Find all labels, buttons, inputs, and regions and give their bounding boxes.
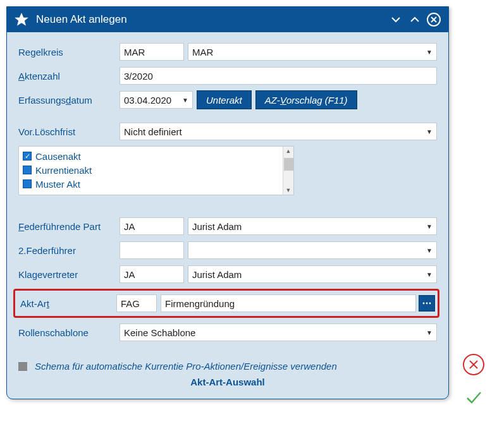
- chevron-down-icon: ▼: [424, 269, 434, 279]
- label-regelkreis: Regelkreis: [18, 47, 120, 58]
- checkbox-icon[interactable]: [23, 166, 32, 174]
- checkbox-icon[interactable]: [23, 179, 32, 188]
- label-federfuehrend: Federführende Part: [18, 221, 120, 232]
- confirm-button[interactable]: [463, 387, 484, 408]
- chevron-down-icon: ▼: [424, 126, 434, 136]
- label-aktart: Akt-Art: [20, 298, 116, 309]
- list-item[interactable]: Muster Akt: [23, 177, 290, 191]
- federfuehrer2-code-input[interactable]: [120, 241, 184, 259]
- chevron-down-icon: ▼: [424, 221, 434, 231]
- label-federfuehrer2: 2.Federführer: [18, 245, 120, 256]
- aktart-auswahl-link[interactable]: Akt-Art-Auswahl: [18, 372, 437, 394]
- unterakt-button[interactable]: Unterakt: [197, 90, 252, 109]
- regelkreis-code-input[interactable]: MAR: [120, 43, 184, 61]
- klagevertreter-name-combo[interactable]: Jurist Adam ▼: [188, 265, 437, 283]
- aktenzahl-input[interactable]: 3/2020: [120, 67, 437, 85]
- cancel-button[interactable]: [463, 354, 484, 375]
- svg-point-4: [423, 303, 425, 305]
- federfuehrend-code-input[interactable]: JA: [120, 217, 184, 235]
- label-erfassungsdatum: Erfassungsdatum: [18, 95, 120, 106]
- collapse-up-icon[interactable]: [407, 11, 423, 28]
- titlebar: Neuen Akt anlegen: [7, 7, 448, 32]
- svg-point-6: [429, 303, 431, 305]
- list-item[interactable]: ✓ Causenakt: [23, 149, 290, 163]
- checkbox-icon[interactable]: [18, 362, 27, 371]
- side-actions: [463, 354, 484, 408]
- label-loeschfrist: Vor.Löschfrist: [18, 126, 120, 137]
- klagevertreter-code-input[interactable]: JA: [120, 265, 184, 283]
- loeschfrist-combo[interactable]: Nicht definiert ▼: [120, 123, 437, 140]
- aktart-browse-button[interactable]: [419, 295, 435, 312]
- scroll-down-icon[interactable]: ▼: [286, 186, 291, 195]
- label-rollenschablone: Rollenschablone: [18, 327, 120, 338]
- federfuehrend-name-combo[interactable]: Jurist Adam ▼: [188, 217, 437, 235]
- scroll-thumb[interactable]: [284, 158, 293, 171]
- checkbox-icon[interactable]: ✓: [23, 152, 32, 160]
- dialog-title: Neuen Akt anlegen: [36, 13, 385, 26]
- scroll-up-icon[interactable]: ▲: [286, 147, 291, 155]
- svg-point-5: [426, 303, 428, 305]
- label-klagevertreter: Klagevertreter: [18, 269, 120, 280]
- star-icon: [13, 11, 30, 28]
- close-icon[interactable]: [426, 11, 442, 28]
- dialog-body: Regelkreis MAR MAR ▼ Aktenzahl 3/2020 Er…: [7, 32, 448, 399]
- regelkreis-name-combo[interactable]: MAR ▼: [188, 43, 437, 61]
- chevron-down-icon: ▼: [424, 245, 434, 255]
- aktart-code-input[interactable]: FAG: [116, 294, 157, 312]
- chevron-down-icon: ▼: [424, 47, 434, 57]
- erfassungsdatum-picker[interactable]: 03.04.2020 ▼: [120, 91, 193, 109]
- chevron-down-icon: ▼: [180, 95, 190, 105]
- list-item[interactable]: Kurrentienakt: [23, 163, 290, 177]
- chevron-down-icon: ▼: [424, 327, 434, 337]
- rollenschablone-combo[interactable]: Keine Schablone ▼: [120, 324, 437, 341]
- scrollbar[interactable]: ▲ ▼: [283, 147, 293, 195]
- collapse-down-icon[interactable]: [388, 11, 404, 28]
- dialog-new-akt: Neuen Akt anlegen Regelkreis MAR MAR ▼ A…: [6, 6, 449, 399]
- federfuehrer2-name-combo[interactable]: ▼: [188, 241, 437, 259]
- akt-art-row-highlighted: Akt-Art FAG Firmengründung: [13, 289, 439, 318]
- svg-marker-0: [15, 13, 28, 26]
- az-vorschlag-button[interactable]: AZ-Vorschlag (F11): [255, 90, 357, 109]
- schema-checkbox-row[interactable]: Schema für automatische Kurrentie Pro-Ak…: [18, 361, 437, 372]
- akt-types-listbox[interactable]: ✓ Causenakt Kurrentienakt Muster Akt ▲ ▼: [18, 146, 294, 195]
- label-aktenzahl: Aktenzahl: [18, 71, 120, 82]
- aktart-name-input[interactable]: Firmengründung: [161, 294, 416, 312]
